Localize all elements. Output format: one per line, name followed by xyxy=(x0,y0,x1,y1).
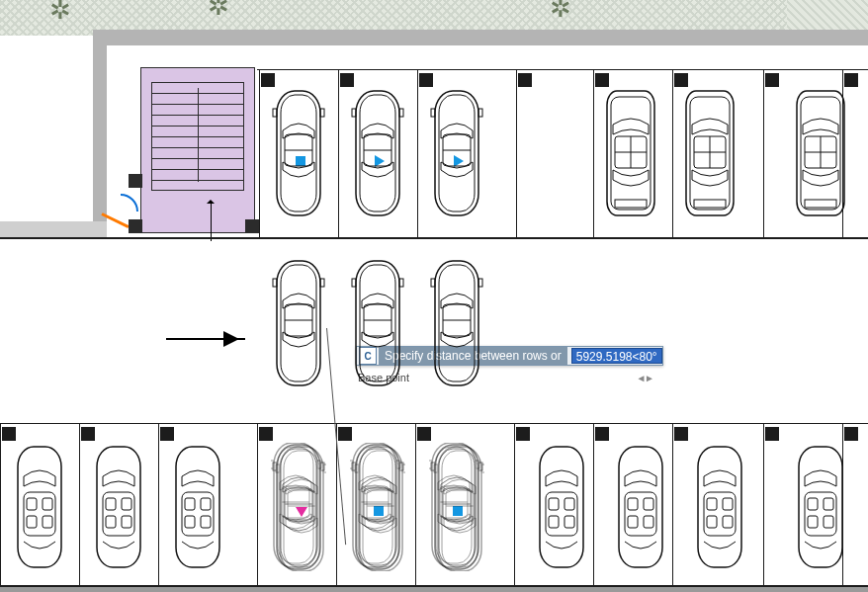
nav-arrows-icon[interactable]: ◄ ► xyxy=(636,373,652,383)
command-input[interactable]: 5929.5198<80° xyxy=(571,348,662,364)
building-wall-horizontal xyxy=(93,30,868,45)
car-block-sedan[interactable] xyxy=(271,259,326,387)
stall-divider xyxy=(259,69,260,237)
car-block-conv[interactable] xyxy=(534,443,589,571)
column-post xyxy=(417,427,431,441)
stall-divider xyxy=(0,423,1,585)
column-post xyxy=(844,427,858,441)
car-block-sedan[interactable] xyxy=(429,89,484,217)
cad-canvas[interactable]: ✲ ✲ ✲ C Specify distance between rows or… xyxy=(0,0,868,592)
car-block-conv[interactable] xyxy=(793,443,848,571)
stall-divider xyxy=(338,69,339,237)
car-block-conv[interactable] xyxy=(170,443,225,571)
stall-divider xyxy=(415,423,416,585)
stall-divider xyxy=(593,423,594,585)
stall-divider xyxy=(514,423,515,585)
column-post xyxy=(518,73,532,87)
stall-divider xyxy=(593,69,594,237)
column-post xyxy=(340,73,354,87)
stall-divider xyxy=(672,423,673,585)
stall-divider xyxy=(672,69,673,237)
column-post xyxy=(261,73,275,87)
column-post xyxy=(595,427,609,441)
car-block-conv[interactable] xyxy=(12,443,67,571)
car-block-sedan[interactable] xyxy=(350,259,405,387)
car-block-suv[interactable] xyxy=(603,89,658,217)
column-post xyxy=(674,73,688,87)
car-block-sedan[interactable] xyxy=(429,259,484,387)
stall-divider xyxy=(763,69,764,237)
stall-divider xyxy=(516,69,517,237)
car-block-conv[interactable] xyxy=(91,443,146,571)
car-block-conv[interactable] xyxy=(613,443,668,571)
column-post xyxy=(765,427,779,441)
column-post xyxy=(419,73,433,87)
column-post xyxy=(338,427,352,441)
column-post xyxy=(844,73,858,87)
car-block-suv[interactable] xyxy=(682,89,738,217)
column-post xyxy=(81,427,95,441)
stall-divider xyxy=(417,69,418,237)
column-post xyxy=(259,427,273,441)
car-block-sedan-preview[interactable] xyxy=(271,443,326,571)
stall-divider xyxy=(158,423,159,585)
car-block-sedan[interactable] xyxy=(271,89,326,217)
car-block-sedan-preview[interactable] xyxy=(350,443,405,571)
column-post xyxy=(2,427,16,441)
column-post xyxy=(516,427,530,441)
car-block-suv[interactable] xyxy=(793,89,848,217)
array-direction-arrow-icon xyxy=(166,338,245,340)
column-post xyxy=(595,73,609,87)
column-post xyxy=(674,427,688,441)
stall-divider xyxy=(257,423,258,585)
column-post xyxy=(160,427,174,441)
stall-divider xyxy=(763,423,764,585)
stall-divider xyxy=(79,423,80,585)
car-block-conv[interactable] xyxy=(692,443,747,571)
car-block-sedan-preview[interactable] xyxy=(429,443,484,571)
column-post xyxy=(765,73,779,87)
car-block-sedan[interactable] xyxy=(350,89,405,217)
